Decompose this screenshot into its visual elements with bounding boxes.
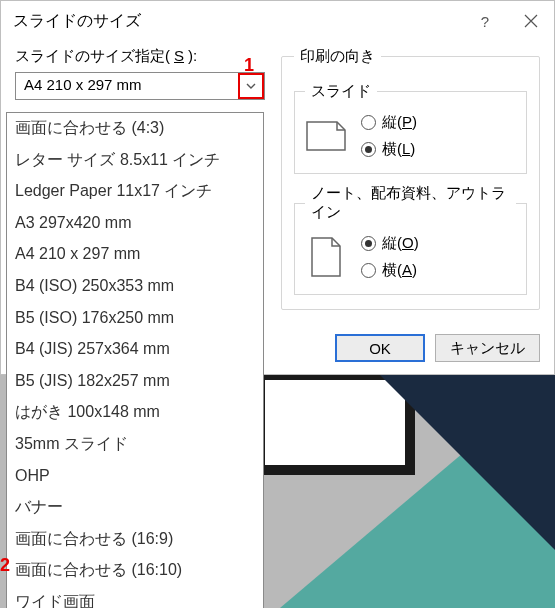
size-option[interactable]: バナー: [7, 492, 263, 524]
slide-orientation-group: スライド 縦(P) 横(L): [294, 82, 527, 174]
chevron-down-icon: [245, 80, 257, 92]
size-option[interactable]: A3 297x420 mm: [7, 208, 263, 240]
notes-orientation-group: ノート、配布資料、アウトライン 縦(O) 横(A): [294, 184, 527, 295]
size-option[interactable]: A4 210 x 297 mm: [7, 239, 263, 271]
ok-button[interactable]: OK: [335, 334, 425, 362]
size-option[interactable]: 画面に合わせる (16:9): [7, 524, 263, 556]
svg-marker-3: [380, 375, 555, 550]
size-option[interactable]: レター サイズ 8.5x11 インチ: [7, 145, 263, 177]
size-dropdown-list[interactable]: 画面に合わせる (4:3)レター サイズ 8.5x11 インチLedger Pa…: [6, 112, 264, 608]
size-option[interactable]: 画面に合わせる (16:10): [7, 555, 263, 587]
size-option[interactable]: B4 (JIS) 257x364 mm: [7, 334, 263, 366]
slide-portrait-radio[interactable]: 縦(P): [361, 113, 417, 132]
size-option[interactable]: B4 (ISO) 250x353 mm: [7, 271, 263, 303]
cancel-button[interactable]: キャンセル: [435, 334, 540, 362]
size-option[interactable]: はがき 100x148 mm: [7, 397, 263, 429]
size-option[interactable]: ワイド画面: [7, 587, 263, 608]
size-combobox[interactable]: A4 210 x 297 mm: [15, 72, 265, 100]
close-button[interactable]: [508, 1, 554, 41]
slide-landscape-radio[interactable]: 横(L): [361, 140, 417, 159]
size-select-label: スライドのサイズ指定(S):: [15, 47, 265, 66]
svg-marker-2: [260, 375, 410, 470]
size-option[interactable]: B5 (JIS) 182x257 mm: [7, 366, 263, 398]
notes-landscape-radio[interactable]: 横(A): [361, 261, 419, 280]
page-landscape-icon: [305, 111, 347, 161]
orientation-group: 印刷の向き スライド 縦(P) 横(L) ノート、配布資料、アウトラ: [281, 47, 540, 310]
help-button[interactable]: ?: [462, 1, 508, 41]
size-combobox-value: A4 210 x 297 mm: [16, 73, 238, 99]
size-option[interactable]: B5 (ISO) 176x250 mm: [7, 303, 263, 335]
annotation-2: 2: [0, 555, 10, 576]
notes-portrait-radio[interactable]: 縦(O): [361, 234, 419, 253]
annotation-1: 1: [244, 55, 254, 76]
svg-marker-1: [280, 375, 555, 608]
size-option[interactable]: Ledger Paper 11x17 インチ: [7, 176, 263, 208]
close-icon: [524, 14, 538, 28]
page-portrait-icon: [305, 232, 347, 282]
orientation-group-label: 印刷の向き: [294, 47, 381, 66]
size-combobox-dropdown-button[interactable]: [238, 73, 264, 99]
size-option[interactable]: 35mm スライド: [7, 429, 263, 461]
dialog-title: スライドのサイズ: [13, 11, 462, 32]
titlebar: スライドのサイズ ?: [1, 1, 554, 41]
size-option[interactable]: 画面に合わせる (4:3): [7, 113, 263, 145]
size-option[interactable]: OHP: [7, 461, 263, 493]
